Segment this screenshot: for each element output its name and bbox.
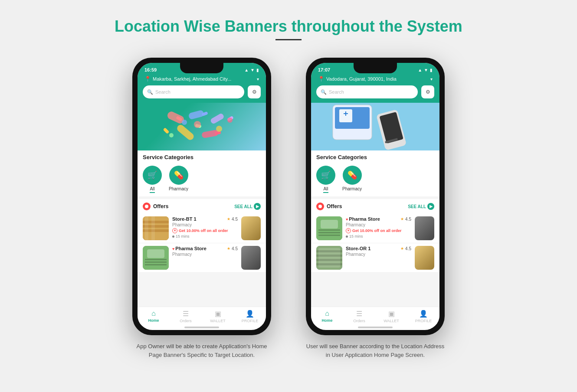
- store-img-1-1: [143, 216, 169, 240]
- store-type-1-1: Pharmacy: [172, 222, 238, 227]
- categories-section-2: Service Categories 🛒 All 💊: [311, 150, 439, 196]
- rating-value-1-2: 4.5: [232, 246, 238, 251]
- search-container-2[interactable]: 🔍 Search: [316, 85, 418, 98]
- wifi-icon: ▼: [250, 68, 255, 72]
- offers-dot-2: [316, 203, 324, 210]
- battery-icon-2: ▮: [430, 68, 433, 72]
- signal-icon-2: ▲: [418, 68, 422, 72]
- category-pharmacy-2[interactable]: 💊 Pharmacy: [342, 166, 362, 193]
- title-divider: [275, 39, 302, 40]
- store-card-2-1[interactable]: ♥Pharma Store ★ 4.5 Pharmacy ✕: [311, 214, 439, 243]
- store-card-2-2[interactable]: Store-OR 1 ★ 4.5 Pharmacy: [311, 243, 439, 273]
- time-dot-2-1: [346, 235, 348, 238]
- orders-label-1: Orders: [180, 319, 192, 323]
- search-container-1[interactable]: 🔍 Search: [143, 85, 244, 98]
- nav-wallet-2[interactable]: ▣ WALLET: [375, 307, 407, 325]
- svg-rect-19: [145, 261, 167, 263]
- offers-section-2: Offers SEE ALL ▶: [311, 199, 439, 273]
- location-bar-2[interactable]: 📍 Vadodara, Gujarat, 390001, India ▾: [311, 74, 439, 85]
- rating-value-2-2: 4.5: [405, 246, 411, 251]
- categories-row-2: 🛒 All 💊 Pharmacy: [311, 163, 439, 196]
- search-icon-1: 🔍: [147, 89, 153, 95]
- svg-point-8: [169, 133, 174, 137]
- category-pharmacy-1[interactable]: 💊 Pharmacy: [169, 166, 188, 193]
- nav-profile-1[interactable]: 👤 PROFILE: [234, 307, 266, 325]
- time-text-1-1: 15 mins: [176, 234, 190, 238]
- phone-notch: [180, 63, 223, 73]
- content-scroll-2: Service Categories 🛒 All 💊: [311, 150, 439, 307]
- star-icon-2-1: ★: [400, 217, 404, 221]
- time-dot-1-1: [172, 235, 174, 238]
- filter-btn-2[interactable]: ⚙: [421, 85, 434, 98]
- nav-orders-1[interactable]: ☰ Orders: [170, 307, 202, 325]
- offer-icon-1-1: ✕: [172, 228, 177, 233]
- search-placeholder-1: Search: [155, 89, 170, 95]
- category-all-2[interactable]: 🛒 All: [316, 166, 335, 193]
- page-title: Location Wise Banners throughout the Sys…: [115, 17, 462, 36]
- nav-profile-2[interactable]: 👤 PROFILE: [407, 307, 439, 325]
- wallet-label-1: WALLET: [210, 319, 226, 323]
- search-bar-2: 🔍 Search ⚙: [311, 85, 439, 103]
- svg-rect-18: [145, 259, 167, 260]
- home-bar-1: [184, 327, 219, 328]
- offer-text-1-1: Get 10.00% off on all order: [179, 229, 228, 233]
- offers-left-2: Offers: [316, 203, 342, 210]
- offer-text-2-1: Get 10.00% off on all order: [352, 229, 402, 233]
- svg-rect-32: [318, 229, 340, 231]
- store-info-1-2: ♥Pharma Store ★ 4.5 Pharmacy: [172, 246, 238, 270]
- nav-home-2[interactable]: ⌂ Home: [311, 307, 343, 325]
- store-info-2-2: Store-OR 1 ★ 4.5 Pharmacy: [346, 246, 411, 270]
- offers-header-1: Offers SEE ALL ▶: [138, 199, 266, 214]
- store-time-1-1: 15 mins: [172, 234, 238, 238]
- rating-value-2-1: 4.5: [405, 217, 411, 222]
- store-type-2-1: Pharmacy: [346, 222, 411, 227]
- filter-icon-1: ⚙: [252, 89, 257, 95]
- store-info-2-1: ♥Pharma Store ★ 4.5 Pharmacy ✕: [346, 216, 411, 240]
- offers-dot-1: [143, 203, 151, 210]
- svg-rect-40: [316, 263, 342, 265]
- store-img-2-1: [316, 216, 342, 240]
- filter-btn-1[interactable]: ⚙: [248, 85, 261, 98]
- basket-icon-1: 🛒: [148, 170, 157, 180]
- pharmacy-icon-2: 💊: [348, 170, 357, 180]
- offer-icon-2-1: ✕: [346, 228, 351, 233]
- nav-orders-2[interactable]: ☰ Orders: [343, 307, 375, 325]
- store-info-1-1: Store-BT 1 ★ 4.5 Pharmacy ✕ Get 10.0: [172, 216, 238, 240]
- svg-rect-37: [316, 250, 342, 252]
- store-offer-2-1: ✕ Get 10.00% off on all order: [346, 228, 411, 233]
- star-icon-1-1: ★: [227, 217, 230, 221]
- pharmacy-icon-circle-2: 💊: [343, 166, 362, 185]
- svg-rect-33: [318, 232, 340, 233]
- location-text-2: Vadodara, Gujarat, 390001, India: [326, 76, 429, 82]
- svg-rect-20: [145, 264, 167, 265]
- location-chevron-2: ▾: [430, 77, 433, 82]
- store-type-2-2: Pharmacy: [346, 252, 411, 257]
- see-all-2[interactable]: SEE ALL ▶: [408, 203, 434, 210]
- svg-rect-17: [147, 249, 164, 258]
- store-name-1-2: ♥Pharma Store: [172, 246, 207, 251]
- categories-row-1: 🛒 All 💊 Pharmacy: [138, 163, 266, 196]
- search-icon-2: 🔍: [321, 89, 327, 95]
- bottom-nav-1: ⌂ Home ☰ Orders ▣ WALLET 👤 PROFILE: [138, 307, 266, 325]
- signal-icon: ▲: [244, 68, 249, 72]
- search-bar-1: 🔍 Search ⚙: [138, 85, 266, 103]
- see-all-1[interactable]: SEE ALL ▶: [234, 203, 261, 210]
- all-label-2: All: [323, 186, 328, 193]
- offers-dot-inner-2: [318, 205, 322, 208]
- svg-point-6: [182, 120, 187, 125]
- category-all-1[interactable]: 🛒 All: [143, 166, 162, 193]
- nav-wallet-1[interactable]: ▣ WALLET: [202, 307, 234, 325]
- store-card-1-2[interactable]: ♥Pharma Store ★ 4.5 Pharmacy: [138, 243, 266, 273]
- store-side-img-2-2: [415, 246, 434, 270]
- store-name-row-1-2: ♥Pharma Store ★ 4.5: [172, 246, 238, 251]
- store-card-1-1[interactable]: Store-BT 1 ★ 4.5 Pharmacy ✕ Get 10.0: [138, 214, 266, 243]
- all-icon-circle-1: 🛒: [143, 166, 162, 185]
- location-bar-1[interactable]: 📍 Makarba, Sarkhej, Ahmedabad City... ▾: [138, 74, 266, 85]
- phone-1-wrapper: 16:59 ▲ ▼ ▮ 📍 Makarba, Sarkhej, Ahmedaba…: [132, 58, 271, 359]
- heart-icon-2-1: ♥: [346, 217, 348, 222]
- wallet-label-2: WALLET: [384, 319, 399, 323]
- profile-icon-2: 👤: [419, 310, 428, 318]
- bottom-nav-2: ⌂ Home ☰ Orders ▣ WALLET 👤 PROFILE: [311, 307, 439, 325]
- nav-home-1[interactable]: ⌂ Home: [138, 307, 170, 325]
- all-label-1: All: [150, 186, 154, 193]
